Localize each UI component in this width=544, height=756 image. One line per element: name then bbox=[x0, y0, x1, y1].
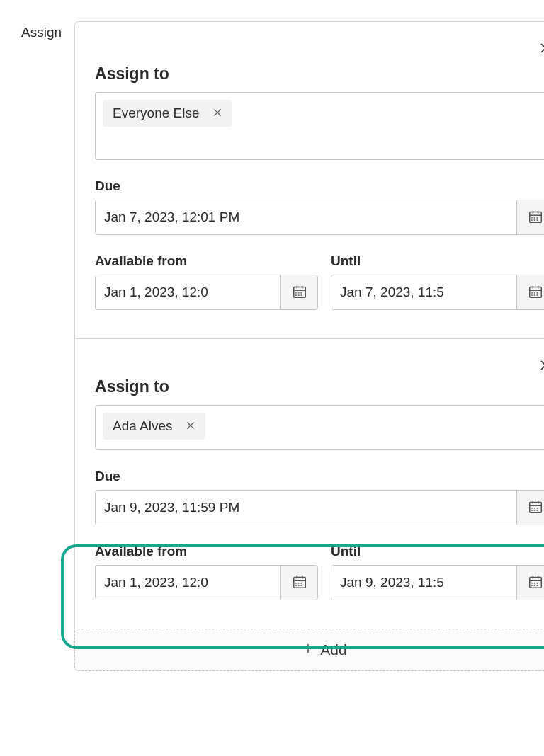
assignment-card: Assign to Ada Alves Due bbox=[75, 338, 544, 629]
assign-to-input[interactable]: Ada Alves bbox=[95, 405, 544, 450]
until-input[interactable] bbox=[332, 275, 516, 309]
add-assignment-button[interactable]: Add bbox=[74, 629, 544, 671]
assign-to-input[interactable]: Everyone Else bbox=[95, 92, 544, 160]
close-card-button[interactable] bbox=[537, 40, 544, 57]
due-calendar-button[interactable] bbox=[516, 491, 544, 525]
calendar-icon bbox=[292, 284, 307, 302]
until-group bbox=[331, 565, 544, 600]
available-from-label: Available from bbox=[95, 544, 318, 559]
until-group bbox=[331, 275, 544, 310]
until-label: Until bbox=[331, 253, 544, 269]
add-label: Add bbox=[320, 641, 346, 658]
close-card-button[interactable] bbox=[537, 357, 544, 374]
assign-panel: Assign to Everyone Else Due bbox=[74, 21, 544, 671]
chip-label: Everyone Else bbox=[113, 105, 200, 121]
due-calendar-button[interactable] bbox=[516, 200, 544, 234]
close-icon bbox=[186, 418, 196, 434]
available-from-group bbox=[95, 565, 318, 600]
until-label: Until bbox=[331, 544, 544, 559]
due-date-group bbox=[95, 490, 544, 525]
available-from-calendar-button[interactable] bbox=[280, 566, 317, 600]
close-icon bbox=[539, 359, 544, 374]
due-date-input[interactable] bbox=[96, 491, 516, 525]
remove-chip-button[interactable] bbox=[186, 421, 196, 431]
plus-icon bbox=[302, 641, 314, 658]
calendar-icon bbox=[528, 209, 543, 227]
svg-rect-38 bbox=[529, 502, 541, 512]
available-from-group bbox=[95, 275, 318, 310]
calendar-icon bbox=[528, 499, 543, 517]
calendar-icon bbox=[292, 574, 307, 592]
assignment-card: Assign to Everyone Else Due bbox=[75, 22, 544, 338]
available-from-label: Available from bbox=[95, 253, 318, 269]
svg-rect-4 bbox=[529, 212, 541, 222]
due-label: Due bbox=[95, 469, 544, 484]
svg-rect-58 bbox=[529, 577, 541, 588]
assign-to-label: Assign to bbox=[95, 64, 544, 84]
due-date-group bbox=[95, 200, 544, 235]
until-input[interactable] bbox=[332, 566, 516, 600]
svg-rect-24 bbox=[529, 287, 541, 297]
until-calendar-button[interactable] bbox=[516, 275, 544, 309]
svg-rect-14 bbox=[293, 287, 305, 297]
close-icon bbox=[212, 105, 222, 121]
assignee-chip: Ada Alves bbox=[103, 413, 205, 440]
available-from-input[interactable] bbox=[96, 275, 280, 309]
assign-to-label: Assign to bbox=[95, 377, 544, 396]
due-label: Due bbox=[95, 178, 544, 194]
side-label-assign: Assign bbox=[21, 21, 74, 671]
chip-label: Ada Alves bbox=[113, 418, 173, 434]
calendar-icon bbox=[528, 284, 543, 302]
remove-chip-button[interactable] bbox=[212, 108, 222, 118]
until-calendar-button[interactable] bbox=[516, 566, 544, 600]
due-date-input[interactable] bbox=[96, 200, 516, 234]
available-from-input[interactable] bbox=[96, 566, 280, 600]
svg-rect-48 bbox=[293, 577, 305, 588]
close-icon bbox=[539, 42, 544, 57]
available-from-calendar-button[interactable] bbox=[280, 275, 317, 309]
assignee-chip: Everyone Else bbox=[103, 100, 232, 127]
calendar-icon bbox=[528, 574, 543, 592]
